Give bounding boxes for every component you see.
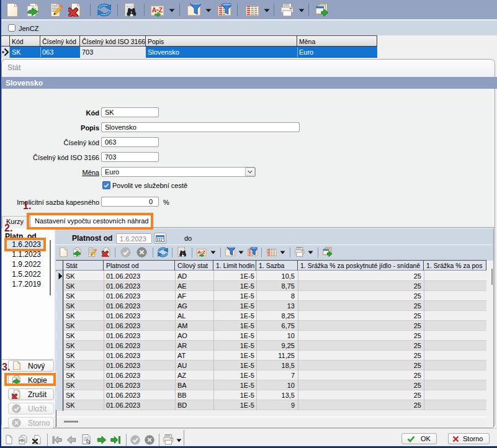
svg-text:A: A	[152, 6, 157, 14]
svg-text:A: A	[197, 249, 201, 255]
svg-text:Z: Z	[202, 249, 205, 255]
svg-text:Z: Z	[159, 6, 163, 14]
